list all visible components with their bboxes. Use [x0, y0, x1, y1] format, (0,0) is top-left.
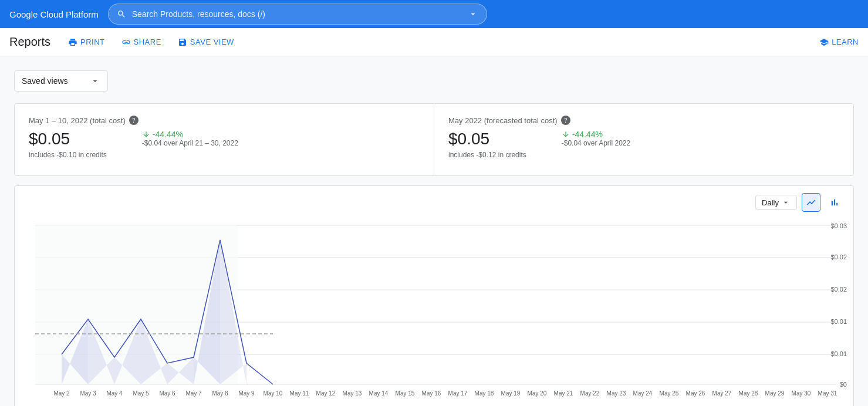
svg-text:$0.01: $0.01 [830, 350, 847, 357]
line-chart-button[interactable] [802, 193, 820, 212]
svg-text:May 17: May 17 [448, 390, 468, 397]
trend-down-icon-2 [562, 130, 570, 138]
svg-text:May 6: May 6 [159, 390, 175, 397]
svg-text:May 16: May 16 [422, 390, 441, 397]
svg-text:May 10: May 10 [264, 390, 283, 397]
stat-amount-forecasted: $0.05 [448, 130, 526, 148]
svg-text:May 22: May 22 [580, 390, 600, 397]
stat-title-current: May 1 – 10, 2022 (total cost) ? [29, 116, 420, 125]
global-search[interactable]: Search Products, resources, docs (/) [108, 4, 488, 25]
daily-chevron-icon [781, 198, 791, 207]
stat-card-current: May 1 – 10, 2022 (total cost) ? $0.05 in… [15, 104, 434, 175]
svg-text:May 14: May 14 [369, 390, 389, 397]
line-chart-icon [806, 197, 816, 208]
print-button[interactable]: PRINT [62, 34, 111, 50]
search-chevron-icon [468, 9, 478, 19]
stat-title-forecasted: May 2022 (forecasted total cost) ? [448, 116, 839, 125]
stats-container: May 1 – 10, 2022 (total cost) ? $0.05 in… [14, 103, 854, 176]
chart-container: Daily $0.03 $0.02 $0.0 [14, 185, 854, 406]
page-title: Reports [9, 35, 50, 49]
top-navigation: Google Cloud Platform Search Products, r… [0, 0, 868, 28]
svg-text:May 25: May 25 [660, 390, 679, 397]
saved-views-dropdown[interactable]: Saved views [14, 70, 108, 92]
save-view-button[interactable]: SAVE VIEW [172, 34, 240, 50]
svg-text:May 24: May 24 [633, 390, 653, 397]
chart-toolbar: Daily [15, 193, 853, 216]
help-icon-current[interactable]: ? [129, 116, 139, 125]
svg-text:May 5: May 5 [133, 390, 149, 397]
help-icon-forecasted[interactable]: ? [561, 116, 570, 125]
svg-text:$0.02: $0.02 [830, 253, 847, 260]
svg-text:May 3: May 3 [80, 390, 96, 397]
svg-text:May 31: May 31 [818, 390, 837, 397]
svg-text:May 18: May 18 [475, 390, 494, 397]
svg-text:May 15: May 15 [396, 390, 415, 397]
stat-amount-current: $0.05 [29, 130, 107, 148]
stat-card-forecasted: May 2022 (forecasted total cost) ? $0.05… [434, 104, 853, 175]
save-icon [178, 38, 187, 47]
stat-credits-current: includes -$0.10 in credits [29, 151, 107, 159]
stat-credits-forecasted: includes -$0.12 in credits [448, 151, 526, 159]
svg-text:May 11: May 11 [290, 390, 309, 397]
svg-text:May 28: May 28 [739, 390, 758, 397]
bar-chart-icon [829, 197, 840, 208]
stat-change-desc-forecasted: -$0.04 over April 2022 [562, 139, 630, 147]
bar-chart-button[interactable] [825, 193, 844, 212]
svg-text:May 13: May 13 [343, 390, 362, 397]
svg-text:May 30: May 30 [792, 390, 811, 397]
svg-text:May 8: May 8 [212, 390, 228, 397]
stat-change-desc-current: -$0.04 over April 21 – 30, 2022 [142, 139, 238, 147]
learn-icon [819, 38, 829, 47]
svg-text:May 2: May 2 [53, 390, 70, 397]
print-icon [68, 38, 77, 47]
app-logo: Google Cloud Platform [9, 9, 99, 19]
share-icon [121, 38, 131, 47]
svg-text:May 4: May 4 [106, 390, 123, 397]
svg-text:$0.01: $0.01 [830, 318, 847, 325]
svg-text:May 29: May 29 [765, 390, 785, 397]
svg-text:May 21: May 21 [554, 390, 573, 397]
search-icon [117, 9, 126, 19]
svg-text:May 26: May 26 [686, 390, 705, 397]
svg-text:May 19: May 19 [501, 390, 521, 397]
svg-text:$0: $0 [840, 381, 847, 388]
search-placeholder-text: Search Products, resources, docs (/) [132, 9, 462, 19]
stat-change-forecasted: -44.44% [562, 130, 630, 139]
main-content: Saved views May 1 – 10, 2022 (total cost… [0, 56, 868, 406]
svg-text:May 27: May 27 [712, 390, 732, 397]
svg-text:May 12: May 12 [316, 390, 336, 397]
daily-select[interactable]: Daily [755, 195, 797, 210]
sub-header: Reports PRINT SHARE SAVE VIEW LEARN [0, 28, 868, 56]
svg-text:May 23: May 23 [607, 390, 626, 397]
svg-text:$0.03: $0.03 [830, 222, 847, 229]
chart-svg: $0.03 $0.02 $0.02 $0.01 $0.01 $0 [15, 216, 853, 398]
saved-views-label: Saved views [22, 76, 68, 86]
learn-button[interactable]: LEARN [819, 38, 859, 47]
svg-text:May 9: May 9 [238, 390, 255, 397]
svg-text:May 20: May 20 [528, 390, 547, 397]
trend-down-icon [142, 130, 150, 138]
svg-text:May 7: May 7 [185, 390, 202, 397]
dropdown-chevron-icon [90, 76, 100, 86]
svg-text:$0.02: $0.02 [830, 286, 847, 293]
share-button[interactable]: SHARE [116, 34, 167, 50]
chart-svg-wrapper: $0.03 $0.02 $0.02 $0.01 $0.01 $0 [15, 216, 853, 400]
cost-trend-legend: Cost trend ? [15, 400, 853, 406]
stat-change-current: -44.44% [142, 130, 238, 139]
